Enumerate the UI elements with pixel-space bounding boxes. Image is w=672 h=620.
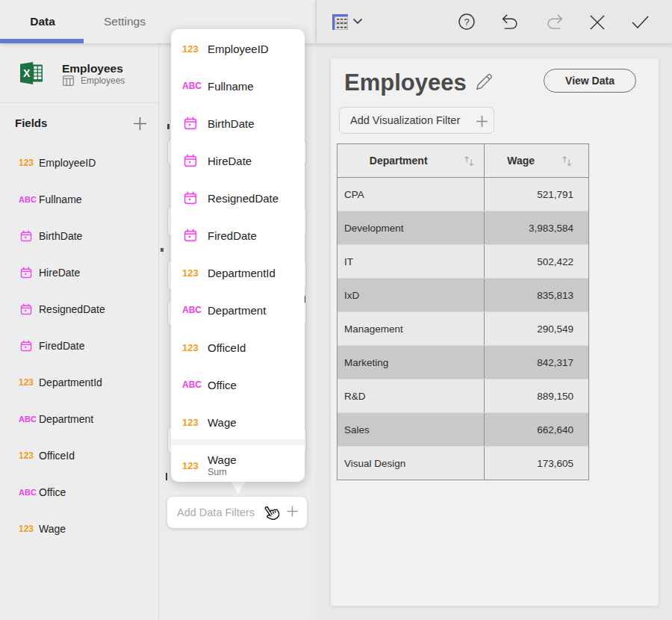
svg-text:?: ? — [464, 16, 469, 28]
svg-text:X: X — [23, 67, 31, 79]
